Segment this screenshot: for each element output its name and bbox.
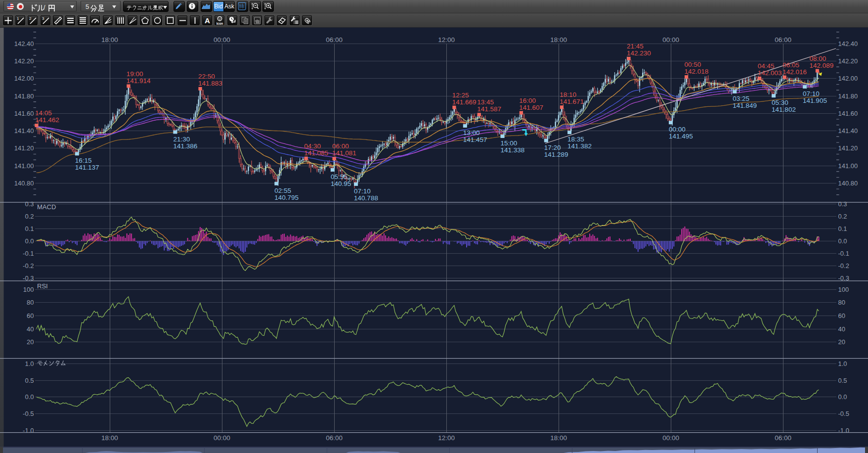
svg-text:12:00: 12:00 (438, 434, 455, 442)
svg-text:142.20: 142.20 (838, 57, 858, 65)
svg-text:141.669: 141.669 (452, 98, 477, 106)
svg-text:00:00: 00:00 (214, 36, 230, 44)
svg-text:141.338: 141.338 (501, 146, 525, 154)
svg-text:140.80: 140.80 (14, 180, 34, 187)
svg-text:0.5: 0.5 (838, 377, 847, 384)
svg-text:142.230: 142.230 (627, 49, 651, 57)
svg-text:16:00: 16:00 (519, 97, 536, 104)
svg-text:06:00: 06:00 (326, 36, 343, 44)
svg-text:0.2: 0.2 (838, 213, 847, 220)
svg-text:12:25: 12:25 (452, 91, 469, 99)
svg-text:19:00: 19:00 (127, 70, 143, 78)
svg-text:141.457: 141.457 (463, 136, 487, 143)
svg-text:00:00: 00:00 (214, 434, 230, 442)
svg-text:141.462: 141.462 (35, 116, 59, 124)
svg-text:-0.5: -0.5 (838, 410, 849, 417)
svg-text:0.2: 0.2 (25, 213, 34, 220)
svg-text:07:10: 07:10 (803, 90, 820, 97)
svg-text:141.00: 141.00 (838, 162, 858, 170)
svg-text:142.40: 142.40 (838, 40, 858, 47)
svg-text:00:50: 00:50 (685, 61, 701, 68)
svg-text:18:00: 18:00 (550, 434, 567, 442)
svg-text:141.495: 141.495 (669, 133, 693, 140)
svg-text:141.905: 141.905 (803, 97, 827, 104)
svg-text:0.0: 0.0 (25, 237, 34, 245)
svg-text:141.587: 141.587 (477, 105, 501, 113)
svg-text:-0.1: -0.1 (838, 250, 849, 257)
svg-text:06:05: 06:05 (782, 61, 799, 69)
svg-text:140.95: 140.95 (331, 180, 351, 187)
svg-text:00:00: 00:00 (662, 36, 679, 44)
svg-text:-0.2: -0.2 (23, 262, 34, 270)
svg-text:-0.3: -0.3 (838, 274, 849, 282)
svg-text:21:45: 21:45 (627, 43, 644, 50)
svg-text:141.60: 141.60 (14, 110, 34, 117)
svg-text:141.883: 141.883 (198, 80, 222, 87)
svg-text:-0.1: -0.1 (23, 250, 34, 257)
svg-text:05:30: 05:30 (772, 99, 788, 106)
svg-text:0.0: 0.0 (25, 393, 34, 401)
svg-text:13:45: 13:45 (477, 98, 494, 106)
svg-text:100: 100 (838, 286, 849, 293)
svg-text:-1.0: -1.0 (838, 427, 849, 434)
svg-text:-0.2: -0.2 (838, 262, 849, 270)
svg-text:142.018: 142.018 (685, 68, 709, 75)
svg-text:1: 1 (17, 16, 19, 21)
svg-text:00:00: 00:00 (669, 126, 686, 133)
svg-text:141.60: 141.60 (838, 110, 858, 117)
svg-text:20: 20 (27, 338, 34, 346)
svg-text:0.0: 0.0 (838, 393, 847, 401)
svg-text:142.016: 142.016 (782, 68, 807, 76)
svg-text:142.00: 142.00 (14, 75, 34, 82)
svg-text:0.1: 0.1 (25, 225, 34, 232)
svg-text:icon: icon (217, 22, 223, 25)
svg-text:RSI: RSI (37, 282, 48, 290)
svg-text:17:20: 17:20 (544, 144, 561, 151)
svg-text:06:00: 06:00 (775, 36, 791, 44)
svg-text:142.089: 142.089 (809, 62, 833, 69)
svg-text:142.40: 142.40 (14, 40, 34, 47)
svg-text:141.382: 141.382 (567, 142, 592, 150)
svg-text:140.80: 140.80 (838, 180, 858, 187)
svg-text:20: 20 (838, 338, 845, 346)
svg-text:13:00: 13:00 (463, 129, 480, 136)
svg-text:0.5: 0.5 (25, 377, 34, 384)
svg-text:80: 80 (838, 299, 845, 306)
svg-text:1.0: 1.0 (838, 360, 847, 367)
svg-text:07:10: 07:10 (354, 187, 371, 195)
svg-text:00:00: 00:00 (662, 434, 679, 442)
svg-text:141.20: 141.20 (14, 144, 34, 152)
svg-text:03:25: 03:25 (733, 95, 749, 102)
svg-text:141.914: 141.914 (127, 77, 151, 85)
svg-text:140.795: 140.795 (274, 194, 299, 201)
svg-text:04:45: 04:45 (758, 62, 775, 70)
svg-text:A: A (205, 16, 210, 25)
svg-text:141.40: 141.40 (14, 127, 34, 135)
svg-text:-0.5: -0.5 (23, 410, 34, 417)
svg-text:06:00: 06:00 (775, 434, 791, 442)
svg-text:0.1: 0.1 (838, 225, 847, 232)
svg-text:-1.0: -1.0 (23, 427, 34, 434)
svg-text:18:35: 18:35 (567, 136, 584, 143)
svg-text:141.80: 141.80 (838, 92, 858, 100)
svg-text:04:30: 04:30 (304, 142, 321, 150)
svg-text:141.137: 141.137 (75, 164, 99, 171)
svg-text:40: 40 (27, 325, 34, 333)
svg-text:141.289: 141.289 (544, 151, 568, 158)
svg-text:0.3: 0.3 (838, 200, 847, 208)
svg-text:14:05: 14:05 (35, 109, 52, 117)
svg-text:18:00: 18:00 (101, 36, 118, 44)
svg-text:141.671: 141.671 (560, 98, 584, 105)
svg-text:15:00: 15:00 (501, 139, 518, 147)
svg-text:3: 3 (42, 16, 44, 21)
svg-text:142.20: 142.20 (14, 57, 34, 65)
svg-text:100: 100 (23, 286, 34, 293)
svg-text:141.802: 141.802 (772, 106, 796, 113)
svg-text:06:00: 06:00 (332, 142, 349, 150)
svg-text:141.607: 141.607 (519, 104, 543, 111)
svg-text:141.085: 141.085 (304, 149, 328, 157)
svg-text:16:15: 16:15 (75, 157, 92, 164)
svg-text:02:55: 02:55 (274, 187, 291, 194)
svg-text:60: 60 (838, 312, 845, 319)
svg-text:21:30: 21:30 (173, 136, 190, 143)
